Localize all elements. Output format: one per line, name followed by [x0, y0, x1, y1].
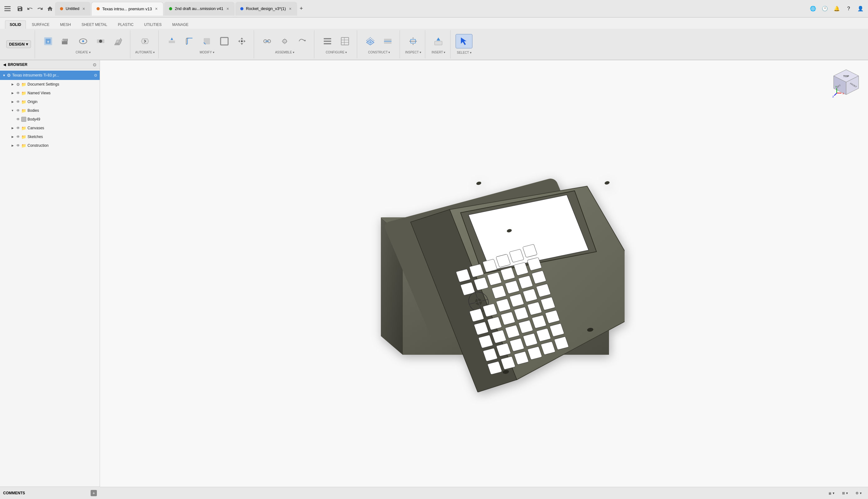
- configure-buttons: [319, 34, 353, 48]
- new-component-button[interactable]: +: [40, 34, 56, 48]
- ribbon-tab-surface[interactable]: SURFACE: [27, 20, 55, 29]
- hole-button[interactable]: [93, 34, 109, 48]
- clock-icon[interactable]: 🕐: [820, 4, 830, 14]
- expand-icon[interactable]: ▶: [10, 143, 15, 148]
- select-icon: [458, 36, 470, 47]
- motion-link-button[interactable]: [294, 34, 310, 48]
- new-joint-button[interactable]: [259, 34, 275, 48]
- notification-icon[interactable]: 🔔: [832, 4, 842, 14]
- ribbon-tab-sheetmetal[interactable]: SHEET METAL: [77, 20, 112, 29]
- eye-icon[interactable]: 👁: [16, 100, 20, 104]
- move-button[interactable]: [234, 34, 250, 48]
- sketches-label: Sketches: [27, 135, 43, 139]
- ribbon-tab-solid[interactable]: SOLID: [5, 20, 26, 29]
- revolve-button[interactable]: [75, 34, 91, 48]
- extrude-button[interactable]: [58, 34, 74, 48]
- inspect-icon: [408, 36, 419, 47]
- add-tab-button[interactable]: +: [298, 4, 305, 13]
- ribbon-group-assemble: ASSEMBLE ▾: [255, 30, 314, 58]
- eye-icon[interactable]: 👁: [16, 117, 20, 121]
- add-comment-button[interactable]: +: [91, 490, 97, 496]
- insert-button[interactable]: [430, 34, 446, 48]
- help-icon[interactable]: ?: [844, 4, 854, 14]
- display-settings-button[interactable]: ⚙ ▾: [853, 490, 864, 496]
- tree-item-origin[interactable]: ▶ 👁 📁 Origin: [0, 97, 100, 106]
- eye-icon[interactable]: 👁: [16, 91, 20, 95]
- close-tab-untitled[interactable]: ×: [82, 6, 86, 11]
- svg-marker-21: [241, 37, 243, 39]
- configure-group-label: CONFIGURE ▾: [326, 51, 347, 54]
- globe-icon[interactable]: 🌐: [808, 4, 818, 14]
- 3d-model-svg: [343, 155, 625, 392]
- canvas-area[interactable]: TOP LEFT FRONT X Y Z: [100, 60, 868, 487]
- tab-rocket[interactable]: Rocket_design_v3*(1) ×: [235, 2, 297, 16]
- home-button[interactable]: [45, 4, 55, 13]
- press-pull-button[interactable]: [164, 34, 180, 48]
- shell-button[interactable]: [216, 34, 232, 48]
- eye-icon[interactable]: 👁: [16, 108, 20, 113]
- eye-icon[interactable]: 👁: [16, 135, 20, 139]
- automate-button[interactable]: [137, 34, 153, 48]
- tree-item-bodies[interactable]: ▼ 👁 📁 Bodies: [0, 106, 100, 115]
- inspect-button[interactable]: [405, 34, 421, 48]
- view-cube[interactable]: TOP LEFT FRONT X Y Z: [831, 66, 862, 98]
- tree-item-document-settings[interactable]: ▶ ⚙ 📁 Document Settings: [0, 80, 100, 89]
- design-dropdown[interactable]: DESIGN ▾: [6, 40, 31, 48]
- tab-dot: [60, 7, 63, 10]
- motion-link-icon: [297, 36, 308, 47]
- expand-icon[interactable]: ▶: [10, 125, 15, 131]
- tab-texas[interactable]: Texas intrsu... premium v13 ×: [91, 2, 164, 16]
- offset-plane-button[interactable]: [362, 34, 378, 48]
- tree-item-named-views[interactable]: ▶ 👁 📁 Named Views: [0, 89, 100, 97]
- app-menu-icon[interactable]: [2, 4, 12, 14]
- ribbon-tab-plastic[interactable]: PLASTIC: [113, 20, 138, 29]
- select-button[interactable]: [456, 34, 472, 48]
- chamfer-button[interactable]: [199, 34, 215, 48]
- svg-text:+: +: [47, 40, 49, 44]
- joint-origin-button[interactable]: [277, 34, 293, 48]
- redo-button[interactable]: [35, 4, 45, 13]
- close-tab-draft[interactable]: ×: [226, 6, 230, 11]
- expand-icon[interactable]: ▶: [10, 90, 15, 96]
- config-table-button[interactable]: [337, 34, 353, 48]
- config-button[interactable]: [319, 34, 336, 48]
- tree-item-root[interactable]: ▼ ⚙ Texas intrsuments Ti-83 pr... ⊙: [0, 71, 100, 80]
- midplane-button[interactable]: [379, 34, 396, 48]
- eye-icon[interactable]: 👁: [16, 143, 20, 148]
- tree-item-canvases[interactable]: ▶ 👁 📁 Canvases: [0, 124, 100, 132]
- browser-collapse-button[interactable]: ◀: [3, 62, 6, 67]
- ribbon-tab-utilities[interactable]: UTILITIES: [140, 20, 166, 29]
- expand-icon[interactable]: ▶: [10, 99, 15, 104]
- construct-buttons: [362, 34, 396, 48]
- close-tab-rocket[interactable]: ×: [288, 6, 292, 11]
- svg-point-67: [604, 181, 610, 185]
- tab-untitled[interactable]: Untitled ×: [55, 2, 91, 16]
- ribbon-tab-manage[interactable]: MANAGE: [168, 20, 193, 29]
- svg-text:TOP: TOP: [843, 75, 849, 78]
- ribbon-group-select: SELECT ▾: [452, 30, 476, 58]
- save-button[interactable]: [15, 4, 25, 13]
- view-layout-button[interactable]: ⊞ ▾: [840, 490, 851, 496]
- tab-draft[interactable]: 2nd draft au...smission v41 ×: [164, 2, 234, 16]
- folder-icon: 📁: [21, 82, 26, 87]
- close-tab-texas[interactable]: ×: [154, 6, 158, 11]
- title-bar: Untitled × Texas intrsu... premium v13 ×…: [0, 0, 868, 17]
- eye-icon[interactable]: 👁: [16, 126, 20, 130]
- expand-icon[interactable]: ▼: [10, 108, 15, 113]
- display-mode-button[interactable]: 🖥 ▾: [825, 490, 837, 496]
- tree-item-construction[interactable]: ▶ 👁 📁 Construction: [0, 141, 100, 150]
- box-icon: [112, 36, 124, 47]
- tree-item-sketches[interactable]: ▶ 👁 📁 Sketches: [0, 132, 100, 141]
- root-visibility-icon[interactable]: ⊙: [94, 73, 97, 77]
- ribbon-tab-mesh[interactable]: MESH: [55, 20, 76, 29]
- select-group-label: SELECT ▾: [457, 51, 471, 54]
- svg-rect-35: [324, 43, 331, 44]
- browser-options-button[interactable]: ⊙: [93, 62, 97, 67]
- expand-icon[interactable]: ▶: [10, 82, 15, 87]
- box-button[interactable]: [110, 34, 126, 48]
- undo-button[interactable]: [25, 4, 35, 13]
- tree-item-body49[interactable]: 👁 Body49: [0, 115, 100, 124]
- expand-icon[interactable]: ▶: [10, 134, 15, 139]
- fillet-button[interactable]: [181, 34, 197, 48]
- user-avatar[interactable]: 👤: [856, 4, 866, 14]
